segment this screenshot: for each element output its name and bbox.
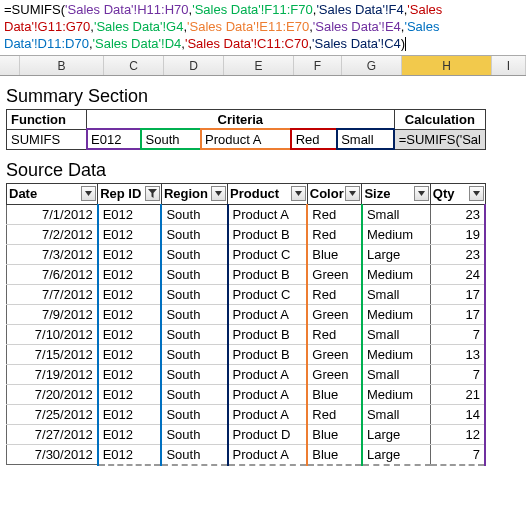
cell-region[interactable]: South <box>161 384 227 404</box>
cell-product[interactable]: Product B <box>228 344 308 364</box>
col-header-E[interactable]: E <box>224 56 294 75</box>
cell-product[interactable]: Product A <box>228 304 308 324</box>
cell-size[interactable]: Large <box>362 424 430 444</box>
cell-qty[interactable]: 7 <box>430 324 485 344</box>
filter-button-rep[interactable] <box>145 186 160 201</box>
cell-rep[interactable]: E012 <box>98 444 162 465</box>
cell-date[interactable]: 7/30/2012 <box>7 444 98 465</box>
cell-product[interactable]: Product A <box>228 204 308 224</box>
cell-region[interactable]: South <box>161 264 227 284</box>
cell-date[interactable]: 7/3/2012 <box>7 244 98 264</box>
filter-button-region[interactable] <box>211 186 226 201</box>
cell-rep[interactable]: E012 <box>98 364 162 384</box>
formula-bar[interactable]: =SUMIFS('Sales Data'!H11:H70,'Sales Data… <box>0 0 526 56</box>
cell-color[interactable]: Green <box>307 344 362 364</box>
cell-rep[interactable]: E012 <box>98 224 162 244</box>
cell-product[interactable]: Product A <box>228 404 308 424</box>
cell-rep[interactable]: E012 <box>98 264 162 284</box>
cell-date[interactable]: 7/15/2012 <box>7 344 98 364</box>
cell-size[interactable]: Small <box>362 284 430 304</box>
cell-color[interactable]: Red <box>307 404 362 424</box>
summary-criteria-product[interactable]: Product A <box>201 129 292 149</box>
summary-criteria-rep[interactable]: E012 <box>87 129 142 149</box>
cell-color[interactable]: Blue <box>307 444 362 465</box>
cell-product[interactable]: Product A <box>228 364 308 384</box>
cell-qty[interactable]: 24 <box>430 264 485 284</box>
source-header-region[interactable]: Region <box>161 183 227 204</box>
cell-color[interactable]: Red <box>307 284 362 304</box>
cell-color[interactable]: Blue <box>307 424 362 444</box>
cell-region[interactable]: South <box>161 284 227 304</box>
col-header-C[interactable]: C <box>104 56 164 75</box>
cell-product[interactable]: Product C <box>228 244 308 264</box>
col-header-F[interactable]: F <box>294 56 342 75</box>
cell-color[interactable]: Red <box>307 324 362 344</box>
cell-region[interactable]: South <box>161 424 227 444</box>
source-header-date[interactable]: Date <box>7 183 98 204</box>
filter-button-date[interactable] <box>81 186 96 201</box>
col-header-H[interactable]: H <box>402 56 492 75</box>
cell-rep[interactable]: E012 <box>98 324 162 344</box>
source-header-product[interactable]: Product <box>228 183 308 204</box>
cell-color[interactable]: Blue <box>307 244 362 264</box>
cell-product[interactable]: Product B <box>228 264 308 284</box>
col-header-I[interactable]: I <box>492 56 526 75</box>
cell-rep[interactable]: E012 <box>98 244 162 264</box>
cell-rep[interactable]: E012 <box>98 284 162 304</box>
summary-criteria-size[interactable]: Small <box>337 129 395 149</box>
cell-rep[interactable]: E012 <box>98 204 162 224</box>
cell-qty[interactable]: 13 <box>430 344 485 364</box>
cell-product[interactable]: Product D <box>228 424 308 444</box>
source-header-rep[interactable]: Rep ID <box>98 183 162 204</box>
cell-rep[interactable]: E012 <box>98 424 162 444</box>
cell-size[interactable]: Small <box>362 204 430 224</box>
cell-qty[interactable]: 17 <box>430 304 485 324</box>
cell-qty[interactable]: 23 <box>430 244 485 264</box>
cell-size[interactable]: Small <box>362 364 430 384</box>
summary-function-cell[interactable]: SUMIFS <box>7 129 87 149</box>
cell-product[interactable]: Product B <box>228 324 308 344</box>
cell-color[interactable]: Red <box>307 204 362 224</box>
cell-date[interactable]: 7/20/2012 <box>7 384 98 404</box>
cell-color[interactable]: Green <box>307 364 362 384</box>
cell-region[interactable]: South <box>161 204 227 224</box>
cell-region[interactable]: South <box>161 224 227 244</box>
cell-size[interactable]: Large <box>362 244 430 264</box>
cell-size[interactable]: Medium <box>362 264 430 284</box>
select-all-corner[interactable] <box>0 56 20 75</box>
summary-calculation-cell[interactable]: =SUMIFS('Sal <box>394 129 485 149</box>
cell-qty[interactable]: 19 <box>430 224 485 244</box>
cell-date[interactable]: 7/25/2012 <box>7 404 98 424</box>
cell-date[interactable]: 7/7/2012 <box>7 284 98 304</box>
filter-button-product[interactable] <box>291 186 306 201</box>
cell-qty[interactable]: 12 <box>430 424 485 444</box>
cell-date[interactable]: 7/6/2012 <box>7 264 98 284</box>
cell-region[interactable]: South <box>161 364 227 384</box>
cell-date[interactable]: 7/10/2012 <box>7 324 98 344</box>
cell-product[interactable]: Product C <box>228 284 308 304</box>
cell-date[interactable]: 7/19/2012 <box>7 364 98 384</box>
cell-size[interactable]: Medium <box>362 344 430 364</box>
cell-region[interactable]: South <box>161 324 227 344</box>
cell-rep[interactable]: E012 <box>98 384 162 404</box>
cell-product[interactable]: Product A <box>228 444 308 465</box>
cell-size[interactable]: Small <box>362 324 430 344</box>
cell-rep[interactable]: E012 <box>98 304 162 324</box>
cell-size[interactable]: Medium <box>362 304 430 324</box>
cell-qty[interactable]: 23 <box>430 204 485 224</box>
cell-size[interactable]: Small <box>362 404 430 424</box>
summary-criteria-region[interactable]: South <box>141 129 201 149</box>
cell-region[interactable]: South <box>161 344 227 364</box>
cell-date[interactable]: 7/9/2012 <box>7 304 98 324</box>
cell-product[interactable]: Product A <box>228 384 308 404</box>
cell-qty[interactable]: 14 <box>430 404 485 424</box>
col-header-D[interactable]: D <box>164 56 224 75</box>
cell-region[interactable]: South <box>161 444 227 465</box>
cell-size[interactable]: Medium <box>362 224 430 244</box>
cell-qty[interactable]: 7 <box>430 444 485 465</box>
summary-criteria-color[interactable]: Red <box>291 129 337 149</box>
cell-color[interactable]: Blue <box>307 384 362 404</box>
cell-rep[interactable]: E012 <box>98 344 162 364</box>
cell-size[interactable]: Medium <box>362 384 430 404</box>
cell-date[interactable]: 7/1/2012 <box>7 204 98 224</box>
